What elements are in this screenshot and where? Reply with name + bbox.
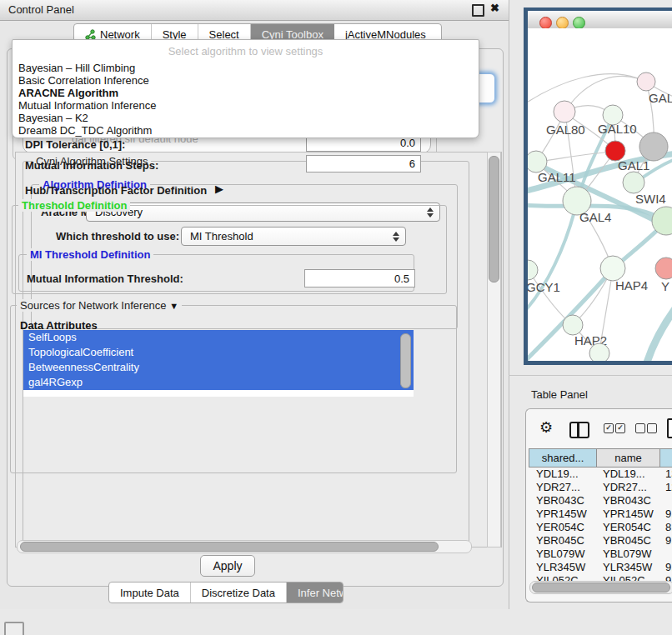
tab-impute-data[interactable]: Impute Data <box>109 582 191 602</box>
table-cell: 9. <box>658 561 672 574</box>
close-icon[interactable]: ✖ <box>490 2 499 14</box>
expand-arrow-icon[interactable]: ▶ <box>215 182 223 195</box>
table-cell: YER054C <box>529 521 595 534</box>
column-header[interactable]: shared... <box>529 448 596 468</box>
algorithm-dropdown-list: Bayesian – Hill ClimbingBasic Correlatio… <box>13 62 479 137</box>
which-threshold-value: MI Threshold <box>190 230 253 242</box>
table-cell: 13 <box>658 468 672 481</box>
document-icon[interactable] <box>667 418 672 438</box>
mi-threshold-value: 0.5 <box>394 272 409 285</box>
checked-checkbox-icon[interactable]: ✓ <box>615 423 625 433</box>
dpi-tolerance-value: 0.0 <box>400 137 415 149</box>
table-cell <box>658 494 672 508</box>
table-cell: YER054C <box>595 521 658 534</box>
minimized-panel-icon[interactable] <box>4 622 24 635</box>
algorithm-option[interactable]: Bayesian – K2 <box>13 112 479 124</box>
node-label: Y <box>661 279 669 293</box>
node-label: GCY1 <box>528 280 560 294</box>
tab-discretize-data[interactable]: Discretize Data <box>191 582 287 602</box>
bottom-tabbar: Impute Data Discretize Data Infer Networ… <box>108 582 344 603</box>
table-cell: 8. <box>658 521 672 534</box>
float-window-icon[interactable] <box>472 4 484 17</box>
algorithm-dropdown-prompt: Select algorithm to view settings <box>13 40 479 58</box>
table-cell: YLR345W <box>529 561 595 574</box>
list-scrollbar-thumb[interactable] <box>400 333 411 388</box>
network-edge <box>646 305 672 361</box>
table-row[interactable]: YBR045CYBR045C9. <box>529 534 672 548</box>
zoom-traffic-light-icon[interactable] <box>573 17 585 29</box>
network-node-y[interactable] <box>655 258 672 279</box>
algorithm-option[interactable]: Dream8 DC_TDC Algorithm <box>13 124 479 137</box>
network-node-swi4[interactable] <box>623 172 644 193</box>
network-node-gal[interactable] <box>637 72 655 91</box>
apply-button[interactable]: Apply <box>200 555 255 577</box>
settings-horizontal-scrollbar[interactable] <box>17 540 472 553</box>
table-cell <box>658 548 672 561</box>
mi-steps-input[interactable]: 6 <box>306 155 421 172</box>
close-traffic-light-icon[interactable] <box>539 17 552 29</box>
tab-infer-network[interactable]: Infer Network <box>287 582 344 602</box>
node-label: SWI4 <box>635 192 666 206</box>
table-cell: YBR045C <box>529 534 595 548</box>
which-threshold-label: Which threshold to use: <box>56 230 179 242</box>
scrollbar-thumb[interactable] <box>489 156 499 282</box>
column-layout-icon[interactable] <box>569 422 589 438</box>
stepper-icon <box>391 228 401 245</box>
network-node-gal80[interactable] <box>554 101 575 122</box>
tab-impute-data-label: Impute Data <box>120 587 179 599</box>
algorithm-option[interactable]: Mutual Information Inference <box>13 99 479 112</box>
network-node-hap4[interactable] <box>600 256 625 281</box>
scrollbar-thumb[interactable] <box>532 582 670 592</box>
algorithm-option[interactable]: Basic Correlation Inference <box>13 74 479 87</box>
tab-infer-network-label: Infer Network <box>298 587 344 599</box>
node-label: GAL4 <box>579 210 611 224</box>
attribute-list-item[interactable]: gal4RGexp <box>23 375 414 390</box>
table-header-row: shared...nameA <box>529 448 672 468</box>
table-row[interactable]: YPR145WYPR145W9. <box>529 508 672 521</box>
network-canvas[interactable]: GALGAL80GAL10GAL1GAL11SWI4GAL4GCY1HAP4YH… <box>528 28 672 361</box>
column-header[interactable]: A <box>659 448 672 468</box>
attribute-list-item[interactable]: TopologicalCoefficient <box>23 345 414 360</box>
attribute-list-item[interactable]: SelfLoops <box>23 330 414 345</box>
checked-checkbox-icon[interactable]: ✓ <box>604 423 614 433</box>
minimize-traffic-light-icon[interactable] <box>556 17 569 29</box>
network-node-gcy1[interactable] <box>528 260 538 280</box>
table-row[interactable]: YER054CYER054C8. <box>529 521 672 534</box>
algorithm-option[interactable]: ARACNE Algorithm <box>13 87 479 99</box>
network-edge <box>528 202 577 313</box>
node-label: GAL11 <box>538 170 576 184</box>
unchecked-checkbox-icon[interactable] <box>647 423 657 433</box>
data-attributes-list[interactable]: SelfLoopsTopologicalCoefficientBetweenne… <box>23 330 414 397</box>
table-row[interactable]: YLR345WYLR345W9. <box>529 561 672 574</box>
gear-icon[interactable]: ⚙ <box>539 420 553 435</box>
network-node-hap2[interactable] <box>563 315 583 335</box>
mi-threshold-input[interactable]: 0.5 <box>304 269 415 288</box>
network-node[interactable] <box>639 132 668 161</box>
mi-steps-label: Mutual Information Steps: <box>25 159 158 172</box>
control-panel-title: Control Panel <box>8 3 74 16</box>
settings-vertical-scrollbar[interactable] <box>487 152 501 548</box>
table-row[interactable]: YDR27...YDR27...12 <box>529 481 672 494</box>
column-header[interactable]: name <box>596 448 659 468</box>
attribute-list-item[interactable]: BetweennessCentrality <box>23 360 414 375</box>
table-row[interactable]: YBR043CYBR043C <box>529 494 672 508</box>
unchecked-checkbox-icon[interactable] <box>635 423 645 433</box>
node-label: GAL80 <box>546 122 585 137</box>
collapse-arrow-icon[interactable]: ▼ <box>169 301 178 311</box>
network-edge <box>566 76 646 110</box>
sources-legend: Sources for Network Inference ▼ <box>17 299 182 312</box>
table-cell: YBL079W <box>529 548 595 561</box>
node-label: GAL1 <box>618 158 649 172</box>
network-node[interactable] <box>589 343 609 361</box>
table-panel-title: Table Panel <box>531 388 588 401</box>
table-cell: 9. <box>658 534 672 548</box>
node-label: HAP4 <box>615 278 648 292</box>
table-horizontal-scrollbar[interactable] <box>529 581 672 594</box>
network-icon <box>85 29 96 40</box>
scrollbar-thumb[interactable] <box>20 542 439 552</box>
table-row[interactable]: YBL079WYBL079W <box>529 548 672 561</box>
which-threshold-combo[interactable]: MI Threshold <box>181 227 406 246</box>
table-row[interactable]: YDL19...YDL19...13 <box>529 468 672 481</box>
algorithm-option[interactable]: Bayesian – Hill Climbing <box>13 62 479 74</box>
table-cell: YBR045C <box>595 534 658 548</box>
